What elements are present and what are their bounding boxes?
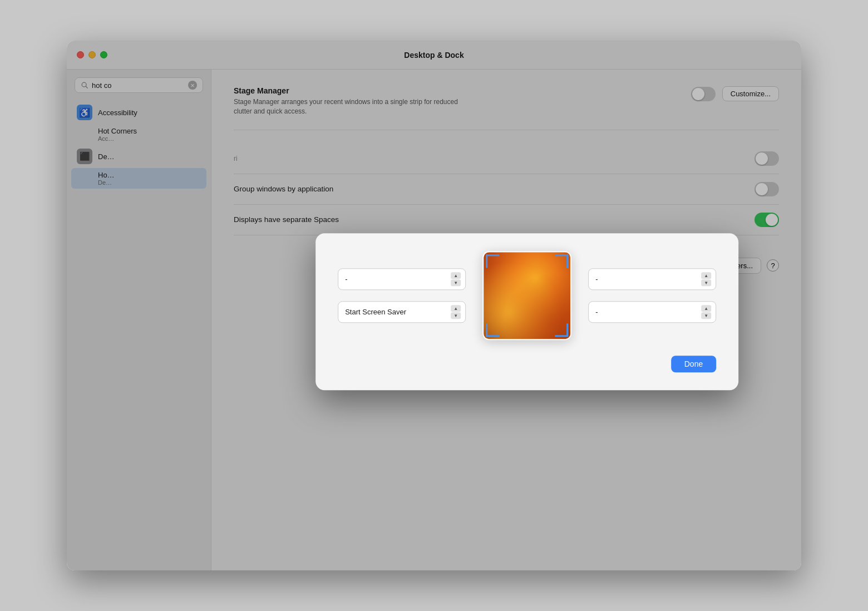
system-preferences-window: Desktop & Dock ♿ [67,41,801,570]
top-right-select[interactable]: - ▲ ▼ [588,268,716,290]
bottom-right-up-arrow[interactable]: ▲ [701,305,711,312]
wallpaper-preview [482,251,571,340]
corner-bracket-top-left [486,254,499,268]
bottom-right-down-arrow[interactable]: ▼ [701,312,711,319]
dialog-grid: - ▲ ▼ - ▲ ▼ [338,251,716,340]
top-right-up-arrow[interactable]: ▲ [701,272,711,279]
bottom-left-select-label: Start Screen Saver [345,308,447,316]
top-right-down-arrow[interactable]: ▼ [701,279,711,286]
top-right-stepper[interactable]: ▲ ▼ [701,272,711,286]
bottom-left-up-arrow[interactable]: ▲ [451,305,461,312]
hot-corners-dialog: - ▲ ▼ - ▲ ▼ [315,233,738,390]
top-left-stepper[interactable]: ▲ ▼ [451,272,461,286]
top-left-down-arrow[interactable]: ▼ [451,279,461,286]
top-left-select-label: - [345,275,447,283]
bottom-right-select-label: - [595,308,698,316]
corner-bracket-top-right [555,254,568,268]
bottom-left-down-arrow[interactable]: ▼ [451,312,461,319]
bottom-right-select[interactable]: - ▲ ▼ [588,301,716,323]
bottom-right-stepper[interactable]: ▲ ▼ [701,305,711,319]
corner-bracket-bottom-right [555,323,568,337]
top-right-select-label: - [595,275,698,283]
top-left-up-arrow[interactable]: ▲ [451,272,461,279]
dialog-footer: Done [338,356,716,372]
corner-bracket-bottom-left [486,323,499,337]
bottom-left-select[interactable]: Start Screen Saver ▲ ▼ [338,301,466,323]
bottom-left-stepper[interactable]: ▲ ▼ [451,305,461,319]
done-button[interactable]: Done [671,356,716,372]
top-left-select[interactable]: - ▲ ▼ [338,268,466,290]
